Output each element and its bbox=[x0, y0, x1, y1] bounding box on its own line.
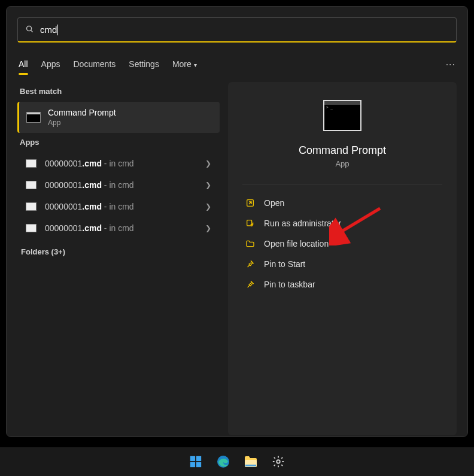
results-column: Best match Command Prompt App Apps 00000… bbox=[17, 82, 220, 435]
best-match-heading: Best match bbox=[20, 87, 217, 96]
tab-more[interactable]: More▾ bbox=[172, 54, 197, 75]
action-pin-to-taskbar[interactable]: Pin to taskbar bbox=[242, 274, 442, 295]
apps-list: 00000001.cmd - in cmd ❯ 00000001.cmd - i… bbox=[17, 153, 220, 239]
action-label: Run as administrator bbox=[264, 219, 341, 228]
cmd-file-icon bbox=[26, 181, 37, 189]
cmd-file-icon bbox=[26, 159, 37, 168]
preview-title: Command Prompt bbox=[299, 144, 386, 157]
svg-point-0 bbox=[27, 26, 32, 31]
chevron-down-icon: ▾ bbox=[194, 62, 197, 68]
tab-apps[interactable]: Apps bbox=[41, 54, 60, 75]
search-icon bbox=[25, 25, 34, 35]
preview-app-icon bbox=[323, 100, 361, 131]
command-prompt-icon bbox=[26, 112, 41, 123]
best-match-title: Command Prompt bbox=[48, 108, 116, 117]
search-input[interactable]: cmd bbox=[17, 17, 457, 43]
pin-icon bbox=[245, 259, 256, 269]
cmd-file-icon bbox=[26, 202, 37, 211]
list-item[interactable]: 00000001.cmd - in cmd ❯ bbox=[17, 153, 220, 174]
chevron-right-icon: ❯ bbox=[205, 224, 211, 232]
folders-expand[interactable]: Folders (3+) bbox=[21, 247, 216, 256]
best-match-subtitle: App bbox=[48, 119, 116, 127]
svg-rect-6 bbox=[190, 456, 195, 461]
search-query-text: cmd bbox=[40, 25, 57, 35]
tab-all[interactable]: All bbox=[19, 54, 28, 75]
action-label: Open bbox=[264, 198, 284, 208]
list-item[interactable]: 00000001.cmd - in cmd ❯ bbox=[17, 196, 220, 217]
action-label: Pin to taskbar bbox=[264, 280, 315, 289]
start-button[interactable] bbox=[185, 451, 206, 472]
chevron-right-icon: ❯ bbox=[205, 159, 211, 168]
preview-pane: Command Prompt App Open Run as administr… bbox=[228, 82, 457, 435]
svg-point-13 bbox=[276, 460, 280, 463]
apps-heading: Apps bbox=[20, 138, 217, 147]
folder-icon bbox=[245, 238, 256, 249]
pin-icon bbox=[245, 279, 256, 290]
settings-icon[interactable] bbox=[268, 451, 289, 472]
action-label: Open file location bbox=[264, 239, 329, 248]
open-icon bbox=[245, 198, 256, 208]
best-match-result[interactable]: Command Prompt App bbox=[17, 102, 220, 133]
shield-icon bbox=[245, 218, 256, 229]
tab-settings[interactable]: Settings bbox=[129, 54, 159, 75]
file-explorer-icon[interactable] bbox=[240, 451, 262, 472]
svg-rect-7 bbox=[196, 456, 201, 461]
edge-browser-icon[interactable] bbox=[212, 451, 234, 472]
list-item[interactable]: 00000001.cmd - in cmd ❯ bbox=[17, 174, 220, 196]
action-label: Pin to Start bbox=[264, 259, 305, 269]
action-open-file-location[interactable]: Open file location bbox=[242, 234, 442, 254]
action-run-as-administrator[interactable]: Run as administrator bbox=[242, 213, 442, 234]
svg-rect-12 bbox=[245, 465, 256, 466]
svg-rect-9 bbox=[196, 462, 201, 467]
list-item[interactable]: 00000001.cmd - in cmd ❯ bbox=[17, 217, 220, 239]
text-cursor bbox=[57, 25, 58, 35]
divider bbox=[242, 184, 442, 184]
start-search-panel: cmd All Apps Documents Settings More▾ ··… bbox=[6, 6, 468, 437]
preview-subtitle: App bbox=[335, 159, 349, 168]
svg-rect-8 bbox=[190, 462, 195, 467]
svg-line-1 bbox=[31, 30, 33, 32]
cmd-file-icon bbox=[26, 224, 37, 232]
tab-documents[interactable]: Documents bbox=[73, 54, 116, 75]
chevron-right-icon: ❯ bbox=[205, 181, 211, 189]
action-pin-to-start[interactable]: Pin to Start bbox=[242, 254, 442, 274]
filter-tabs: All Apps Documents Settings More▾ ··· bbox=[17, 54, 457, 75]
chevron-right-icon: ❯ bbox=[205, 202, 211, 211]
taskbar bbox=[0, 447, 474, 476]
action-open[interactable]: Open bbox=[242, 193, 442, 213]
overflow-menu-button[interactable]: ··· bbox=[446, 59, 455, 70]
